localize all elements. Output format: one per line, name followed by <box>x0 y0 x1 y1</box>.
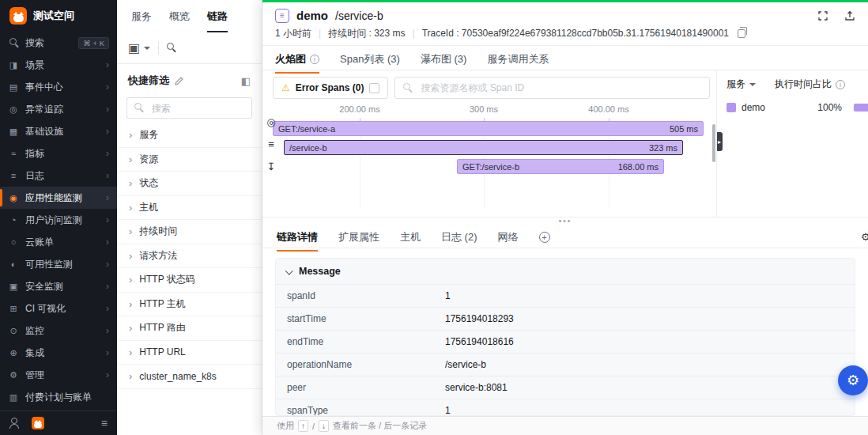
collapse-all-icon[interactable]: ↧ <box>265 161 277 173</box>
tab-host[interactable]: 主机 <box>400 230 421 252</box>
filter-group-label: 服务 <box>139 128 158 142</box>
filter-group-http-status[interactable]: ›HTTP 状态码 <box>117 268 262 293</box>
service-time-panel: ▸ 服务 执行时间占比 i demo 100% <box>716 70 868 217</box>
up-key-badge: ↑ <box>298 420 308 432</box>
vertical-scrollbar[interactable] <box>712 124 715 162</box>
sidebar-item-integration[interactable]: ⊕集成› <box>0 342 117 364</box>
chevron-right-icon: › <box>106 149 109 158</box>
service-ratio-row[interactable]: demo 100% <box>726 102 868 113</box>
sidebar-item-exception-tracking[interactable]: ◎异常追踪› <box>0 98 117 120</box>
expand-fullscreen-icon[interactable] <box>817 10 828 21</box>
quick-filter-search[interactable] <box>126 97 252 119</box>
error-spans-toggle[interactable]: ⚠ Error Spans (0) <box>273 77 388 99</box>
span-list-icon[interactable]: ≡ <box>265 138 277 151</box>
view-selector[interactable]: ▣ <box>128 40 150 55</box>
filter-group-http-route[interactable]: ›HTTP 路由 <box>117 316 262 341</box>
export-icon[interactable] <box>844 10 855 21</box>
sidebar-item-cloud-billing[interactable]: ○云账单› <box>0 231 117 253</box>
ratio-label: 执行时间占比 <box>775 78 832 91</box>
sidebar-item-scenes[interactable]: ◨场景› <box>0 54 117 76</box>
filter-group-duration[interactable]: ›持续时间 <box>117 220 262 244</box>
info-icon[interactable]: i <box>836 80 845 89</box>
filter-group-method[interactable]: ›请求方法 <box>117 244 262 269</box>
sidebar-item-management[interactable]: ⚙管理› <box>0 364 117 386</box>
filter-group-status[interactable]: ›状态 <box>117 172 262 196</box>
tab-network[interactable]: 网络 <box>498 230 519 252</box>
sidebar-item-label: 场景 <box>25 59 44 72</box>
service-color-swatch <box>726 103 736 112</box>
filter-group-http-host[interactable]: ›HTTP 主机 <box>117 293 262 317</box>
edit-pencil-icon[interactable] <box>175 77 183 85</box>
sidebar-item-search[interactable]: 搜索 ⌘ + K <box>0 32 117 54</box>
divider: | <box>413 28 415 39</box>
workspace-header[interactable]: 测试空间 <box>0 0 117 30</box>
info-icon[interactable]: i <box>310 55 319 64</box>
collapse-menu-icon[interactable]: ≡ <box>101 418 108 429</box>
filter-group-cluster-name[interactable]: ›cluster_name_k8s <box>117 365 262 389</box>
sidebar-item-apm[interactable]: ◉应用性能监测› <box>0 187 117 209</box>
sidebar-item-monitoring[interactable]: ⊙监控› <box>0 320 117 342</box>
span-name: /service-b <box>289 143 327 153</box>
filter-group-service[interactable]: ›服务 <box>117 123 262 148</box>
tab-label: 链路详情 <box>277 230 318 244</box>
sidebar-item-rum[interactable]: ◔用户访问监测› <box>0 209 117 231</box>
filter-group-label: 持续时间 <box>139 225 177 238</box>
flame-span-rows: GET:/service-a 505 ms /service-b 323 ms … <box>273 121 710 217</box>
message-section-header[interactable]: Message <box>276 259 855 284</box>
tab-label: 主机 <box>400 230 421 244</box>
add-tab-icon[interactable]: + <box>539 232 550 243</box>
sidebar-item-metrics[interactable]: ≈指标› <box>0 142 117 165</box>
sidebar-item-payment-billing[interactable]: ▥付费计划与账单 <box>0 386 117 408</box>
filter-panel-tabs: 服务 概览 链路 <box>117 0 262 32</box>
sidebar-item-event-center[interactable]: ▤事件中心› <box>0 76 117 98</box>
chevron-right-icon: › <box>106 215 109 225</box>
chevron-right-icon: › <box>129 154 132 165</box>
span-search-box[interactable] <box>394 77 710 99</box>
error-spans-checkbox[interactable] <box>369 83 379 93</box>
search-icon[interactable] <box>167 43 177 53</box>
payment-icon: ▥ <box>8 392 19 403</box>
filter-group-label: HTTP URL <box>139 346 185 357</box>
sidebar-item-security[interactable]: ▣安全监测› <box>0 275 117 297</box>
event-center-icon: ▤ <box>8 82 19 93</box>
locate-span-icon[interactable]: ◎ <box>265 116 277 129</box>
sidebar-item-availability[interactable]: ◐可用性监测› <box>0 253 117 275</box>
trace-id: TraceId : 70530eaf9f224e679381128ccd7bb0… <box>422 28 729 39</box>
span-bar-get-service-b[interactable]: GET:/service-b 168.00 ms <box>457 159 664 174</box>
quick-filter-search-input[interactable] <box>150 102 244 115</box>
copy-icon[interactable] <box>738 29 745 38</box>
tab-trace-detail[interactable]: 链路详情 <box>277 230 318 252</box>
clipped-toolbar-icon[interactable]: ⚙ <box>861 231 868 243</box>
span-bar-service-b-selected[interactable]: /service-b 323 ms <box>284 140 683 155</box>
field-value: 1 <box>445 405 451 416</box>
span-bar-service-a[interactable]: GET:/service-a 505 ms <box>273 121 704 136</box>
panel-collapse-handle[interactable]: ▸ <box>716 132 723 151</box>
ci-icon: ⊞ <box>8 304 19 314</box>
chevron-right-icon: › <box>129 251 132 261</box>
sidebar-item-infrastructure[interactable]: ▦基础设施› <box>0 120 117 142</box>
tab-logs[interactable]: 日志 (2) <box>441 230 477 252</box>
flame-timeline-axis: 200.00 ms 300 ms 400.00 ms <box>273 102 710 121</box>
field-value: 1756194018616 <box>445 336 514 347</box>
sidebar-item-ci-visualization[interactable]: ⊞CI 可视化› <box>0 297 117 320</box>
field-key: spanId <box>287 290 445 301</box>
tab-traces[interactable]: 链路 <box>207 9 228 32</box>
sidebar-item-label: 可用性监测 <box>25 258 73 271</box>
flashcat-mini-icon[interactable] <box>32 417 44 429</box>
sidebar-item-logs[interactable]: ≡日志› <box>0 165 117 187</box>
navigation-hint-footer: 使用 ↑ / ↓ 查看前一条 / 后一条记录 <box>262 416 868 435</box>
trace-operation-name: /service-b <box>335 9 383 22</box>
tab-extended-attributes[interactable]: 扩展属性 <box>338 230 379 252</box>
logs-icon: ≡ <box>8 171 19 180</box>
service-dropdown[interactable]: 服务 <box>726 78 745 91</box>
resize-handle[interactable]: ••• <box>262 218 868 225</box>
tab-services[interactable]: 服务 <box>131 9 152 32</box>
span-search-input[interactable] <box>419 81 701 94</box>
troubleshoot-gear-button[interactable]: ⚙ <box>838 365 868 395</box>
user-avatar-icon[interactable] <box>9 418 21 429</box>
tab-overview[interactable]: 概览 <box>169 9 190 32</box>
filter-group-resource[interactable]: ›资源 <box>117 148 262 172</box>
collapse-panel-icon[interactable]: ◧ <box>241 75 251 87</box>
filter-group-http-url[interactable]: ›HTTP URL <box>117 341 262 365</box>
filter-group-host[interactable]: ›主机 <box>117 196 262 221</box>
